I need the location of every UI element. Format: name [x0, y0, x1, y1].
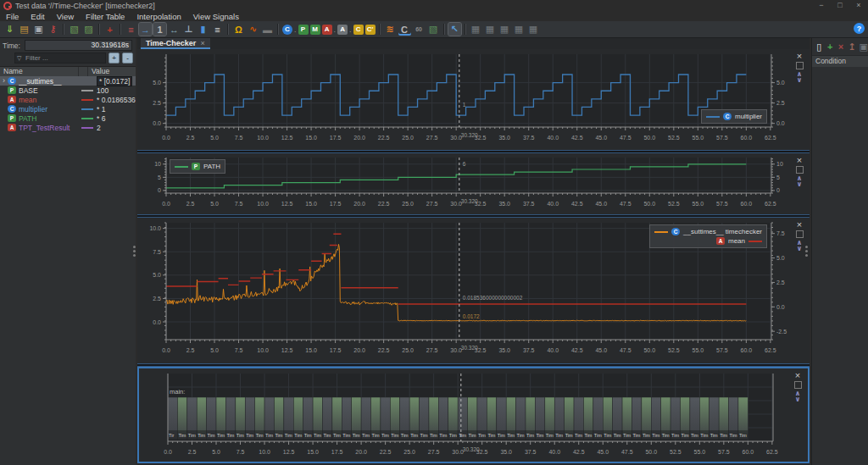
menu-interpolation[interactable]: Interpolation — [131, 12, 186, 21]
delete-condition-icon[interactable]: × — [837, 42, 845, 53]
cursor-value-label: 6 — [463, 161, 466, 167]
filled-box-icon[interactable]: ▬ — [261, 23, 274, 36]
bar-label: Tim — [342, 433, 350, 438]
plot-canvas[interactable]: 0.02.55.07.510.012.515.017.520.022.525.0… — [137, 153, 810, 214]
badge-c-yellow-icon[interactable]: C — [353, 25, 364, 35]
menu-file[interactable]: File — [0, 12, 25, 21]
table-row-mean[interactable]: Amean* 0.0186536000... — [0, 95, 136, 104]
import-condition-icon[interactable]: ↥ — [848, 42, 855, 53]
sixty-icon[interactable]: 60 — [413, 23, 426, 36]
close-plot-icon[interactable]: × — [797, 220, 802, 229]
open-folder-icon[interactable]: ▤ — [18, 23, 31, 36]
svg-text:55.0: 55.0 — [693, 347, 704, 353]
left-splitter-handle[interactable] — [133, 246, 136, 248]
fit-width-icon[interactable]: ↔ — [168, 23, 181, 36]
toolbar-separator — [443, 24, 445, 35]
add-condition-icon[interactable]: + — [826, 42, 834, 53]
close-plot-icon[interactable]: × — [797, 52, 802, 60]
tab-close-icon[interactable]: × — [200, 39, 204, 47]
key-icon[interactable]: ⚷ — [47, 23, 59, 36]
move-plot-down-icon[interactable]: ∨ — [797, 246, 803, 252]
signal-type-icon: C — [8, 105, 16, 113]
fit-crosshair-icon[interactable]: + — [103, 23, 116, 36]
help-icon[interactable]: ? — [854, 23, 865, 34]
tab-time-checker[interactable]: Time-Checker × — [141, 38, 210, 49]
table-row-tpttestresult[interactable]: ATPT_TestResult2 — [0, 123, 136, 132]
plot-panel-timeline[interactable]: TirTimTimTimTimTimTimTimTimTimTimTimTimT… — [137, 367, 810, 463]
table-row-multiplier[interactable]: Cmultiplier* 1 — [0, 104, 136, 113]
svg-text:5.0: 5.0 — [210, 135, 219, 141]
bar-label: Tim — [401, 433, 409, 438]
plot-panel-suttimes[interactable]: 0.02.55.07.510.012.515.017.520.022.525.0… — [137, 218, 810, 363]
export-image-icon[interactable]: ▧ — [68, 23, 81, 36]
colored-signals-icon[interactable]: ≋ — [384, 23, 397, 36]
maximize-plot-icon[interactable] — [794, 381, 802, 389]
export-image-alt-icon[interactable]: ▨ — [82, 23, 95, 36]
condition-list[interactable] — [812, 67, 868, 465]
maximize-plot-icon[interactable] — [796, 62, 804, 69]
plot-panel-multiplier[interactable]: 0.02.55.07.510.012.515.017.520.022.525.0… — [137, 49, 810, 150]
plot-canvas[interactable]: 0.02.55.07.510.012.515.017.520.022.525.0… — [137, 49, 810, 150]
split-view-icon[interactable]: ⊥ — [182, 23, 195, 36]
menu-filter-table[interactable]: Filter Table — [80, 12, 131, 21]
badge-p-green-icon[interactable]: P — [298, 25, 309, 35]
time-field[interactable]: 30.319618s — [25, 40, 132, 51]
close-plot-icon[interactable]: × — [797, 156, 802, 164]
lock-icon[interactable]: Ω — [232, 23, 245, 36]
plot-legend[interactable]: Cmultiplier — [701, 109, 767, 124]
bar-label: Tim — [285, 433, 292, 438]
close-plot-icon[interactable]: × — [795, 371, 800, 379]
badge-m-green-icon[interactable]: M — [310, 25, 320, 35]
time-cursor-icon[interactable]: ▮ — [197, 23, 209, 36]
badge-a-red-icon[interactable]: A — [322, 25, 332, 35]
right-splitter-handle[interactable] — [805, 246, 808, 248]
plot-canvas[interactable]: TirTimTimTimTimTimTimTimTimTimTimTimTimT… — [139, 368, 811, 462]
move-plot-down-icon[interactable]: ∨ — [797, 77, 803, 83]
play-forward-icon[interactable]: → — [139, 23, 152, 36]
signal-list-icon[interactable]: ≡ — [125, 23, 137, 36]
save-icon[interactable]: ▣ — [32, 23, 45, 36]
svg-text:27.5: 27.5 — [426, 135, 438, 141]
import-data-icon[interactable]: ⇓ — [3, 23, 16, 36]
view-list-icon[interactable]: ≡ — [211, 23, 224, 36]
close-button[interactable]: × — [849, 0, 868, 11]
c-underlined-icon[interactable]: C — [398, 23, 411, 36]
expander-icon[interactable]: › — [0, 77, 8, 85]
table-view-4-icon[interactable]: ▦ — [513, 23, 526, 36]
collapse-all-button[interactable]: - — [122, 53, 133, 64]
filter-input[interactable]: Filter ... — [14, 53, 106, 64]
menu-view[interactable]: View — [51, 12, 80, 21]
svg-text:5.0: 5.0 — [153, 80, 161, 86]
bar-label: Tim — [662, 433, 670, 438]
plot-panel-path[interactable]: 0.02.55.07.510.012.515.017.520.022.525.0… — [137, 153, 810, 214]
badge-c2-yellow-icon[interactable]: C' — [365, 25, 376, 35]
maximize-plot-icon[interactable] — [796, 230, 804, 238]
plot-legend[interactable]: C__suttimes__ timecheckerAmean — [649, 224, 767, 248]
plot-legend[interactable]: PPATH — [170, 159, 225, 174]
badge-a-gray-icon[interactable]: A — [337, 25, 348, 35]
minimize-button[interactable]: − — [812, 0, 831, 11]
bezier-curve-icon[interactable]: ∿ — [247, 23, 259, 36]
menu-view-signals[interactable]: View Signals — [187, 12, 245, 21]
badge-c-blue-icon[interactable]: C — [282, 25, 292, 35]
table-view-2-icon[interactable]: ▦ — [484, 23, 497, 36]
move-plot-down-icon[interactable]: ∨ — [797, 181, 803, 187]
expand-all-button[interactable]: + — [108, 53, 120, 64]
move-plot-down-icon[interactable]: ∨ — [795, 396, 801, 402]
table-view-5-icon[interactable]: ▦ — [527, 23, 540, 36]
save-condition-icon[interactable]: ▣ — [860, 42, 868, 53]
maximize-plot-icon[interactable] — [796, 166, 804, 174]
thumbnail-icon[interactable]: ▧ — [427, 23, 440, 36]
toolbar-separator — [120, 24, 121, 35]
menu-edit[interactable]: Edit — [25, 12, 50, 21]
new-condition-icon[interactable]: ▯ — [815, 42, 823, 53]
cursor-value-label: 0.018536000000000002 — [463, 295, 523, 301]
maximize-button[interactable]: □ — [831, 0, 849, 11]
table-view-1-icon[interactable]: ▦ — [470, 23, 482, 36]
table-row-suttimes[interactable]: ›C__suttimes__* [0.0172] — [0, 76, 136, 86]
table-row-base[interactable]: PBASE100 — [0, 86, 136, 95]
step-one-icon[interactable]: 1 — [153, 23, 166, 36]
table-row-path[interactable]: PPATH* 6 — [0, 113, 136, 123]
table-view-3-icon[interactable]: ▦ — [498, 23, 511, 36]
pointer-mode-icon[interactable]: ↖ — [448, 23, 461, 36]
